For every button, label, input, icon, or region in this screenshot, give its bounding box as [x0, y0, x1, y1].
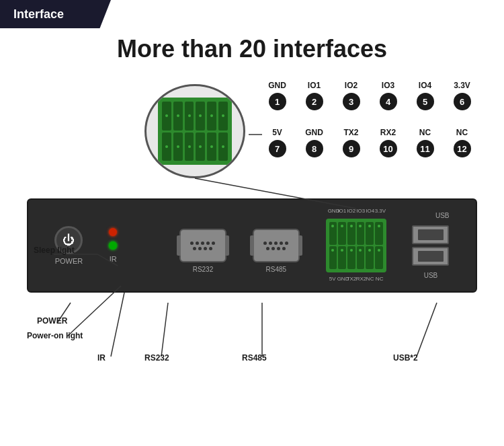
db9-pin — [196, 241, 199, 245]
label-nc1-num: 11 — [417, 140, 434, 157]
io-section: GNDIO1IO2IO3IO43.3V 5VGNDTX2RX2NCNC — [326, 219, 386, 272]
label-5v-num: 7 — [269, 140, 286, 157]
usb-inner-1 — [418, 229, 444, 240]
diagram-area: GND 1 IO1 2 IO2 3 IO3 4 IO4 5 3.3V 6 5V … — [0, 74, 504, 446]
label-nc1-text: NC — [419, 128, 431, 137]
io-pin-labels-top: GNDIO1IO2IO3IO43.3V — [328, 208, 384, 214]
pin-2 — [173, 102, 183, 131]
db9-pin — [204, 247, 207, 250]
label-gnd2-text: GND — [305, 128, 323, 137]
rs485-pins-row1 — [263, 241, 288, 245]
db9-pin — [201, 241, 204, 245]
svg-line-5 — [161, 303, 168, 357]
usb-port-1 — [412, 225, 449, 244]
label-col-io3: IO3 4 — [370, 81, 407, 110]
terminal-pin — [329, 246, 337, 269]
pin-6 — [218, 102, 228, 131]
terminal-pin — [338, 246, 346, 269]
io-pin-labels-bottom: 5VGNDTX2RX2NCNC — [328, 276, 384, 282]
label-5v-text: 5V — [272, 128, 282, 137]
connector-detail — [144, 84, 245, 178]
rs232-device-label: RS232 — [193, 266, 214, 273]
pin-8 — [173, 133, 183, 161]
label-gnd2-num: 8 — [306, 140, 323, 157]
rs232-annotation: RS232 — [144, 353, 169, 363]
terminal-pin — [366, 246, 374, 269]
terminal-pin — [375, 246, 383, 269]
terminal-pin — [357, 222, 365, 245]
pin-7 — [162, 133, 171, 161]
terminal-pin — [357, 246, 365, 269]
terminal-pin — [366, 222, 374, 245]
rs485-annotation: RS485 — [242, 353, 267, 363]
power-annotation: POWER — [37, 316, 67, 326]
tab-label: Interface — [13, 7, 64, 22]
db9-pin — [277, 247, 280, 250]
led-red — [109, 228, 117, 236]
rs485-section: RS485 — [253, 229, 300, 262]
terminal-pin — [329, 222, 337, 245]
ir-label-device: IR — [110, 255, 117, 263]
label-3v3-num: 6 — [454, 93, 471, 110]
terminal-pin — [375, 222, 383, 245]
db9-pin — [209, 247, 212, 250]
label-gnd-text: GND — [268, 81, 286, 90]
rs232-pins-row2 — [193, 247, 212, 250]
usb-section: USB USB — [412, 225, 449, 266]
label-col-gnd2: GND 8 — [296, 128, 333, 157]
pin-1 — [162, 102, 171, 131]
pin-3 — [185, 102, 194, 131]
rs485-device-label: RS485 — [266, 266, 287, 273]
pin-5 — [207, 102, 216, 131]
label-col-io1: IO1 2 — [296, 81, 333, 110]
label-io1-num: 2 — [306, 93, 323, 110]
label-io4-num: 5 — [417, 93, 434, 110]
label-io3-num: 4 — [380, 93, 397, 110]
usb-group — [412, 225, 449, 266]
label-3v3-text: 3.3V — [454, 81, 470, 90]
pin-10 — [196, 133, 205, 161]
label-col-nc2: NC 12 — [444, 128, 480, 157]
label-col-rx2: RX2 10 — [370, 128, 407, 157]
green-connector — [158, 98, 232, 165]
label-col-io2: IO2 3 — [333, 81, 370, 110]
db9-pin — [285, 241, 288, 245]
rs485-pins-row2 — [266, 247, 286, 250]
usb-inner-2 — [418, 251, 444, 262]
svg-line-4 — [111, 293, 124, 357]
label-io1-text: IO1 — [308, 81, 321, 90]
label-nc2-text: NC — [456, 128, 468, 137]
db9-pin — [212, 241, 215, 245]
label-rx2-text: RX2 — [380, 128, 396, 137]
rs232-connector: RS232 — [179, 229, 226, 262]
interface-tab: Interface — [0, 0, 111, 28]
label-col-io4: IO4 5 — [407, 81, 444, 110]
label-tx2-text: TX2 — [343, 128, 358, 137]
pin-4 — [196, 102, 205, 131]
sleep-light-annotation: Sleep light — [34, 246, 75, 255]
label-col-gnd: GND 1 — [259, 81, 296, 110]
power-label-device: POWER — [55, 257, 83, 265]
rs485-connector: RS485 — [253, 229, 300, 262]
label-io2-num: 3 — [343, 93, 360, 110]
db9-pin — [198, 247, 202, 250]
label-grid-row2: 5V 7 GND 8 TX2 9 RX2 10 NC 11 NC 12 — [259, 128, 480, 157]
db9-pin — [269, 241, 272, 245]
terminal-pin — [338, 222, 346, 245]
svg-line-3 — [67, 286, 121, 336]
label-io3-text: IO3 — [382, 81, 394, 90]
db9-pin — [282, 247, 286, 250]
db9-pin — [266, 247, 269, 250]
rs232-section: RS232 — [179, 229, 226, 262]
usb-bottom-label: USB — [424, 272, 438, 279]
svg-line-7 — [417, 303, 437, 357]
usb-top-label: USB — [435, 212, 450, 219]
db9-pin — [280, 241, 283, 245]
label-col-tx2: TX2 9 — [333, 128, 370, 157]
db9-pin — [193, 247, 196, 250]
usb-annotation: USB*2 — [393, 353, 418, 363]
label-gnd-num: 1 — [269, 93, 286, 110]
power-on-light-annotation: Power-on light — [27, 331, 83, 340]
led-group: IR — [109, 228, 117, 263]
label-col-nc1: NC 11 — [407, 128, 444, 157]
